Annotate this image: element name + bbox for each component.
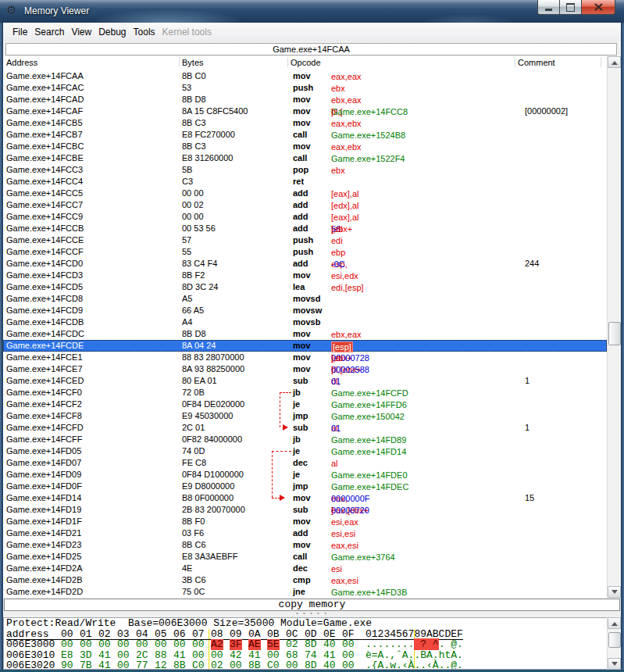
disasm-row[interactable]: Game.exe+14FCD38B F2movesi,edx xyxy=(3,270,607,281)
scroll-down-button[interactable] xyxy=(608,658,621,670)
hex-byte[interactable]: 00 xyxy=(267,650,280,661)
disasm-row[interactable]: Game.exe+14FCBEE8 31260000callGame.exe+1… xyxy=(3,152,607,164)
hex-byte[interactable]: 8B xyxy=(248,660,261,670)
disassembly-view[interactable]: Game.exe+14FCAA8B C0moveax,eaxGame.exe+1… xyxy=(3,69,607,598)
disasm-row[interactable]: Game.exe+14FD2B3B C6cmpeax,esi xyxy=(3,574,607,586)
hex-byte[interactable]: 3F xyxy=(230,639,242,650)
disasm-row[interactable]: Game.exe+14FCF20F84 DE020000jeGame.exe+1… xyxy=(3,399,607,410)
hex-byte[interactable]: 40 xyxy=(323,660,336,670)
disasm-row[interactable]: Game.exe+14FD192B 83 20070000subeax,[ebx… xyxy=(3,504,607,516)
hex-byte[interactable]: 00 xyxy=(342,639,355,650)
scroll-up-button[interactable] xyxy=(608,617,621,629)
disasm-row[interactable]: Game.exe+14FCAF8A 15 C8FC5400movdl,[Game… xyxy=(3,105,607,117)
disasm-row[interactable]: Game.exe+14FCAD8B D8movebx,eax xyxy=(3,94,607,105)
hex-byte[interactable]: 00 xyxy=(192,650,205,661)
hex-view[interactable]: Protect:Read/Write Base=006E3000 Size=35… xyxy=(3,617,607,670)
disasm-row[interactable]: Game.exe+14FCB58B C3moveax,ebx xyxy=(3,117,607,129)
disasm-row[interactable]: Game.exe+14FD2103 F6addesi,esi xyxy=(3,527,607,539)
disasm-row[interactable]: Game.exe+14FCD8A5movsd xyxy=(3,293,607,305)
hex-byte[interactable]: 00 xyxy=(211,650,223,661)
minimize-button[interactable] xyxy=(537,0,560,15)
hex-byte[interactable]: 00 xyxy=(98,639,111,650)
hex-byte[interactable]: 41 xyxy=(98,660,111,670)
column-header-opcode[interactable]: Opcode xyxy=(291,58,321,67)
scroll-up-button[interactable] xyxy=(608,56,621,68)
disasm-row[interactable]: Game.exe+14FCC500 00add[eax],al xyxy=(3,188,607,199)
hex-row[interactable]: 006E3020907B410077128BC002008BC0008D4000… xyxy=(6,660,607,670)
hex-byte[interactable]: 41 xyxy=(323,650,336,661)
disasm-row[interactable]: Game.exe+14FD1F8B F0movesi,eax xyxy=(3,516,607,527)
hex-byte[interactable]: 00 xyxy=(342,660,355,670)
hex-byte[interactable]: C0 xyxy=(192,660,205,670)
hex-byte[interactable]: 00 xyxy=(117,650,130,661)
disasm-row[interactable]: Game.exe+14FCED80 EA 01subdl,011 xyxy=(3,375,607,387)
disasm-row[interactable]: Game.exe+14FCCE57pushedi xyxy=(3,234,607,246)
disasm-row[interactable]: Game.exe+14FCF8E9 45030000jmpGame.exe+15… xyxy=(3,410,607,422)
hex-byte[interactable]: AE xyxy=(248,639,261,650)
menu-item-file[interactable]: File xyxy=(12,27,27,38)
hex-byte[interactable]: 40 xyxy=(323,639,336,650)
disasm-row[interactable]: Game.exe+14FD090F84 D1000000jeGame.exe+1… xyxy=(3,469,607,481)
disasm-row[interactable]: Game.exe+14FCF072 0BjbGame.exe+14FCFD xyxy=(3,387,607,399)
disasm-row[interactable]: Game.exe+14FD14B8 0F000000moveax,0000000… xyxy=(3,492,607,504)
disasm-row-selected[interactable]: Game.exe+14FCDE8A 04 24moval,[esp] xyxy=(3,340,607,352)
disasm-row[interactable]: Game.exe+14FCD58D 3C 24leaedi,[esp] xyxy=(3,281,607,293)
disasm-row[interactable]: Game.exe+14FD0FE9 D8000000jmpGame.exe+14… xyxy=(3,481,607,492)
disasm-row[interactable]: Game.exe+14FCDBA4movsb xyxy=(3,316,607,328)
hex-byte[interactable]: 02 xyxy=(211,660,223,670)
column-header-comment[interactable]: Comment xyxy=(518,58,555,67)
hex-scrollbar[interactable] xyxy=(607,617,620,670)
hex-byte[interactable]: 12 xyxy=(155,660,167,670)
disasm-row[interactable]: Game.exe+14FCCB00 53 56add[ebx+56],dl xyxy=(3,223,607,234)
close-button[interactable] xyxy=(582,0,615,15)
hex-byte[interactable]: 68 xyxy=(286,650,298,661)
column-header-row[interactable]: Address Bytes Opcode Comment xyxy=(3,56,607,70)
hex-row[interactable]: 006E3010E83D41002C8841000042410068744100… xyxy=(6,650,607,661)
disasm-row[interactable]: Game.exe+14FCD966 A5movsw xyxy=(3,305,607,316)
hex-byte[interactable]: 00 xyxy=(80,639,92,650)
hex-byte[interactable]: 00 xyxy=(230,660,242,670)
disasm-scrollbar[interactable] xyxy=(607,56,620,598)
scrollbar-thumb[interactable] xyxy=(608,632,621,648)
disasm-row[interactable]: Game.exe+14FCCF55pushebp xyxy=(3,246,607,258)
title-bar[interactable]: ⚙ Memory Viewer xyxy=(0,0,624,23)
hex-byte[interactable]: 00 xyxy=(155,639,167,650)
hex-byte[interactable]: 90 xyxy=(61,660,73,670)
hex-byte[interactable]: 41 xyxy=(98,650,111,661)
menu-item-view[interactable]: View xyxy=(71,27,91,38)
disasm-row[interactable]: Game.exe+14FCE78A 93 88250000movdl,[ebx+… xyxy=(3,363,607,375)
column-header-bytes[interactable]: Bytes xyxy=(182,58,204,67)
hex-byte[interactable]: 42 xyxy=(230,650,242,661)
hex-byte[interactable]: 00 xyxy=(173,639,186,650)
scroll-down-button[interactable] xyxy=(608,586,621,598)
hex-byte[interactable]: A2 xyxy=(211,639,223,650)
hex-byte[interactable]: 88 xyxy=(155,650,167,661)
hex-byte[interactable]: 2C xyxy=(136,650,148,661)
disasm-row[interactable]: Game.exe+14FD2D75 0CjneGame.exe+14FD3B xyxy=(3,586,607,598)
hex-byte[interactable]: 3D xyxy=(80,650,92,661)
disasm-row[interactable]: Game.exe+14FCD083 C4 F4addesp,-0C244 xyxy=(3,258,607,270)
hex-byte[interactable]: 00 xyxy=(117,639,130,650)
hex-byte[interactable]: C0 xyxy=(267,660,280,670)
menu-item-tools[interactable]: Tools xyxy=(134,27,155,38)
disasm-row[interactable]: Game.exe+14FD25E8 3A3AEBFFcallGame.exe+3… xyxy=(3,551,607,563)
hex-byte[interactable]: 00 xyxy=(61,639,73,650)
disasm-row[interactable]: Game.exe+14FCC35Bpopebx xyxy=(3,164,607,176)
disasm-row[interactable]: Game.exe+14FCFD2C 01subal,011 xyxy=(3,422,607,434)
hex-byte[interactable]: E8 xyxy=(61,650,73,661)
hex-byte[interactable]: 5E xyxy=(267,639,280,650)
hex-byte[interactable]: 41 xyxy=(248,650,261,661)
hex-byte[interactable]: 74 xyxy=(305,650,317,661)
column-header-address[interactable]: Address xyxy=(6,58,37,67)
hex-byte[interactable]: 00 xyxy=(136,639,148,650)
disasm-row[interactable]: Game.exe+14FCC4C3ret xyxy=(3,176,607,188)
disasm-row[interactable]: Game.exe+14FD2A4Edecesi xyxy=(3,563,607,574)
menu-item-debug[interactable]: Debug xyxy=(98,27,126,38)
disasm-row[interactable]: Game.exe+14FCAA8B C0moveax,eax xyxy=(3,70,607,82)
current-address-bar[interactable]: Game.exe+14FCAA xyxy=(5,43,617,55)
disasm-row[interactable]: Game.exe+14FD0574 0DjeGame.exe+14FD14 xyxy=(3,445,607,457)
hex-byte[interactable]: 7B xyxy=(80,660,92,670)
hex-byte[interactable]: 41 xyxy=(173,650,186,661)
menu-item-search[interactable]: Search xyxy=(34,27,64,38)
hex-row[interactable]: 006E30000000000000000000A23FAE5E028D4000… xyxy=(6,639,607,650)
